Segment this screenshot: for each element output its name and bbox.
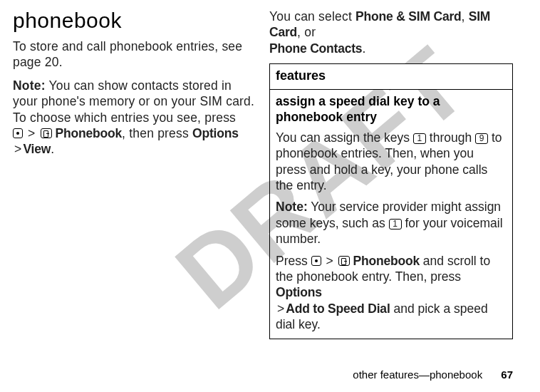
footer-section: other features—phonebook [353, 368, 482, 381]
note-body: You can show contacts stored in your pho… [13, 78, 254, 125]
nav-then: , then press [122, 126, 192, 140]
features-table: features assign a speed dial key to a ph… [269, 63, 513, 339]
note-paragraph: Note: You can show contacts stored in yo… [13, 78, 256, 158]
nav-phonebook: Phonebook [353, 254, 419, 268]
key-9-icon: 9 [475, 133, 488, 144]
feature-cell: assign a speed dial key to a phonebook e… [270, 90, 513, 339]
right-intro: You can select Phone & SIM Card, SIM Car… [269, 9, 513, 56]
nav-phonebook: Phonebook [56, 126, 122, 140]
intro-paragraph: To store and call phonebook entries, see… [13, 38, 256, 71]
page-heading: phonebook [13, 9, 256, 33]
feature-title: assign a speed dial key to a phonebook e… [276, 94, 507, 125]
p1a: You can assign the keys [276, 130, 413, 145]
note-label: Note: [13, 78, 46, 93]
gt-separator: > [26, 126, 36, 140]
key-1-icon: 1 [389, 219, 402, 229]
gt-separator: > [324, 254, 334, 268]
nav-options: Options [192, 126, 239, 140]
nav-options: Options [276, 285, 322, 299]
phonebook-icon [41, 128, 52, 138]
right-column: You can select Phone & SIM Card, SIM Car… [269, 9, 513, 339]
feature-p3: Press > Phonebook and scroll to the phon… [276, 253, 507, 333]
table-header-row: features [270, 64, 513, 90]
nav-add-speed-dial: Add to Speed Dial [286, 301, 390, 316]
p1b: through [426, 130, 475, 145]
key-1-icon: 1 [413, 133, 426, 144]
center-key-icon [13, 128, 23, 138]
table-row: assign a speed dial key to a phonebook e… [270, 90, 513, 339]
left-column: phonebook To store and call phonebook en… [13, 9, 256, 339]
feature-note: Note: Your service provider might assign… [276, 199, 507, 247]
nav-view: View [23, 142, 51, 156]
note-label: Note: [276, 200, 308, 214]
phonebook-icon [338, 256, 350, 266]
sep: , or [297, 25, 316, 39]
gt-separator: > [276, 301, 286, 316]
intro-end: . [362, 41, 365, 56]
right-intro-lead: You can select [269, 9, 355, 24]
page-number: 67 [501, 368, 513, 381]
page-footer: other features—phonebook 67 [353, 368, 513, 381]
nav-period: . [51, 142, 54, 156]
feature-p1: You can assign the keys 1 through 9 to p… [276, 130, 507, 194]
center-key-icon [311, 256, 321, 266]
p3a: Press [276, 254, 311, 268]
opt-phone-contacts: Phone Contacts [269, 41, 362, 56]
table-header: features [270, 64, 513, 90]
opt-phone-sim: Phone & SIM Card [355, 9, 461, 24]
gt-separator: > [13, 142, 23, 156]
sep: , [462, 9, 469, 24]
